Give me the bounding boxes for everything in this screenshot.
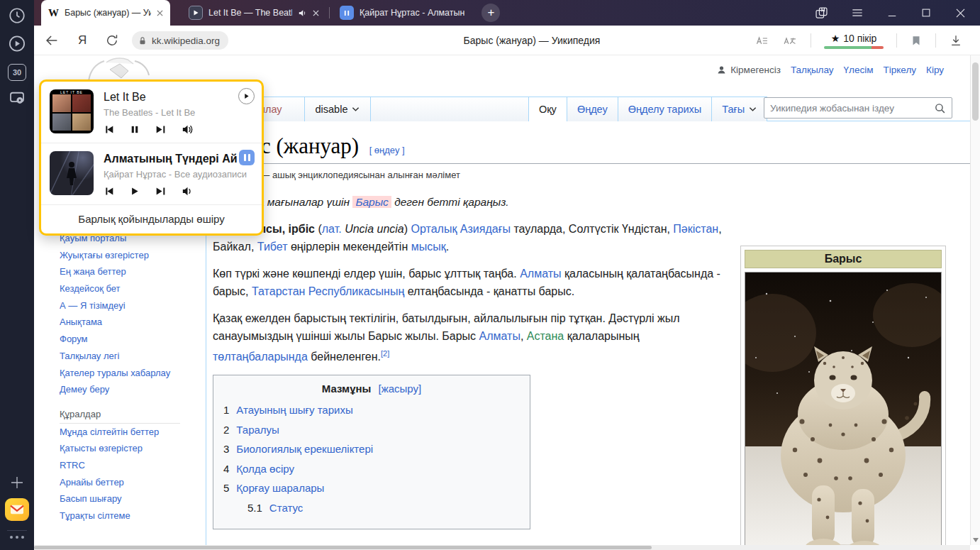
toc-row: 2 Таралуы — [223, 420, 520, 440]
chevron-down-icon — [749, 106, 757, 112]
album-art-letitbe: LET IT BE — [50, 89, 94, 133]
toc-link[interactable]: Қолда өсіру — [236, 459, 294, 479]
personal-link[interactable]: Үлесім — [844, 65, 874, 75]
mute-all-tabs-button[interactable]: Барлық қойындыларды өшіру — [41, 204, 262, 233]
site-rating[interactable]: ★ 10 пікір — [824, 33, 884, 49]
history-clock-icon[interactable] — [8, 6, 26, 25]
personal-link[interactable]: Тіркелу — [884, 65, 917, 75]
tab-gadget-disable[interactable]: disable — [304, 97, 371, 121]
minimize-icon[interactable] — [886, 6, 898, 19]
new-tab-button[interactable]: + — [481, 4, 500, 22]
wiki-tab[interactable]: Тағы — [711, 97, 767, 121]
toc-link[interactable]: Статус — [269, 498, 303, 518]
toc-list: 1 Атауының шығу тарихы 2 Таралуы 3 Биоло… — [223, 400, 520, 517]
sidebar-link[interactable]: Мұнда сілтейтін беттер — [60, 427, 201, 439]
close-window-icon[interactable] — [954, 6, 967, 20]
scroll-down-arrow[interactable] — [973, 538, 979, 542]
horizontal-scrollbar[interactable] — [34, 545, 970, 550]
scrollbar-thumb[interactable] — [972, 62, 979, 121]
chevron-down-icon — [352, 106, 360, 112]
album-art-nurtas — [50, 151, 94, 195]
track-controls — [104, 186, 253, 197]
wiki-tab[interactable]: Өңдеу — [567, 97, 618, 121]
play-icon[interactable] — [130, 186, 140, 197]
more-options-icon[interactable] — [10, 536, 24, 539]
sidebar-link[interactable]: Талқылау легі — [60, 351, 201, 363]
reload-icon[interactable] — [105, 33, 119, 48]
screen-capture-icon[interactable] — [8, 88, 27, 107]
video-player-icon[interactable] — [8, 34, 27, 53]
browser-tab-wikipedia[interactable]: W Барыс (жануар) — Уики — [41, 0, 170, 26]
vertical-scrollbar[interactable] — [970, 55, 980, 545]
sidebar-link[interactable]: Кездейсоқ бет — [60, 283, 201, 295]
sidebar-link[interactable]: Ең жаңа беттер — [60, 266, 201, 278]
scrollbar-thumb[interactable] — [34, 546, 652, 549]
toc-link[interactable]: Атауының шығу тарихы — [236, 400, 352, 420]
back-icon[interactable] — [44, 33, 60, 48]
menu-icon[interactable] — [850, 6, 864, 20]
volume-icon[interactable] — [182, 124, 194, 135]
volume-icon[interactable] — [182, 186, 194, 197]
sidebar-link[interactable]: Форум — [60, 334, 201, 346]
toc-link[interactable]: Таралуы — [236, 420, 279, 440]
go-to-tab-play-badge[interactable] — [238, 88, 255, 104]
previous-track-icon[interactable] — [104, 124, 114, 135]
sidebar-link[interactable]: Жуықтағы өзгерістер — [60, 250, 201, 262]
sidebar-link[interactable]: Қатысты өзгерістер — [60, 443, 201, 455]
wiki-tab[interactable]: Оқу — [528, 97, 567, 121]
sentiment-bar — [824, 46, 884, 49]
toc-row: 1 Атауының шығу тарихы — [223, 400, 520, 420]
calendar-30-icon[interactable]: 30 — [8, 64, 26, 81]
yandex-logo[interactable]: Я — [78, 33, 87, 48]
add-panel-icon[interactable] — [9, 474, 26, 491]
sidebar-link[interactable]: А — Я тізімдеуі — [60, 300, 201, 312]
wiki-tab[interactable]: Өңделу тарихы — [618, 97, 712, 121]
yandex-mail-icon[interactable] — [5, 498, 29, 521]
search-input[interactable] — [770, 103, 934, 114]
sidebar-link[interactable]: Арнайы беттер — [60, 477, 201, 489]
close-tab-icon[interactable] — [313, 10, 319, 16]
reader-mode-icon[interactable] — [755, 33, 769, 48]
side-panels-icon[interactable] — [814, 6, 829, 21]
track-row-nurtas[interactable]: Алматының Түндері Ай Қайрат Нұртас - Все… — [41, 143, 262, 204]
bookmark-icon[interactable] — [910, 34, 923, 48]
translate-icon[interactable] — [782, 33, 798, 48]
paragraph: Көп түркі және көшпенді елдер үшін, бары… — [213, 265, 726, 300]
download-icon[interactable] — [949, 33, 963, 48]
sidebar-link[interactable]: Тұрақты сілтеме — [60, 510, 201, 522]
playing-pause-badge[interactable] — [239, 150, 255, 165]
track-row-letitbe[interactable]: LET IT BE Let It Be The Beatles - Let It… — [41, 82, 262, 143]
search-icon[interactable] — [934, 102, 946, 114]
close-tab-icon[interactable] — [157, 10, 163, 16]
pause-icon[interactable] — [130, 124, 140, 135]
toc-toggle[interactable]: [жасыру] — [379, 383, 422, 395]
tab-spacer — [370, 97, 529, 121]
personal-link[interactable]: Кіру — [926, 65, 944, 75]
toc-number: 2 — [223, 420, 229, 440]
next-track-icon[interactable] — [155, 186, 166, 197]
infobox-header: Барыс — [745, 250, 942, 268]
next-track-icon[interactable] — [155, 124, 166, 135]
maximize-icon[interactable] — [920, 6, 932, 19]
browser-window: 30 W Барыс (жануар) — Уики Let It Be — T… — [0, 0, 980, 550]
browser-tab-letitbe[interactable]: Let It Be — The Beatl — [182, 0, 326, 26]
sidebar-link[interactable]: Демеу беру — [60, 384, 201, 396]
toc-header: Мазмұны [жасыру] — [223, 383, 520, 395]
sidebar-link[interactable]: Қателер туралы хабарлау — [60, 368, 201, 380]
toc-link[interactable]: Қорғау шаралары — [236, 478, 324, 498]
track-info: Let It Be The Beatles - Let It Be — [104, 89, 253, 135]
edit-section-link[interactable]: [ өңдеу ] — [369, 145, 405, 155]
sidebar-link[interactable]: RTRC — [60, 460, 201, 472]
wiki-search[interactable] — [764, 97, 952, 119]
divider — [935, 33, 936, 48]
tab-audio-icon[interactable] — [298, 9, 307, 17]
tab-separator — [329, 7, 330, 18]
url-pill[interactable]: kk.wikipedia.org — [132, 31, 228, 50]
sidebar-link[interactable]: Басып шығару — [60, 493, 201, 505]
browser-tab-nurtas[interactable]: Қайрат Нұртас - Алматын — [333, 0, 472, 26]
sidebar-link[interactable]: Анықтама — [60, 317, 201, 329]
personal-link[interactable]: Талқылау — [791, 65, 834, 75]
toc-link[interactable]: Биологиялық ерекшеліктері — [236, 439, 373, 459]
previous-track-icon[interactable] — [104, 186, 114, 197]
star-icon: ★ — [831, 33, 840, 44]
